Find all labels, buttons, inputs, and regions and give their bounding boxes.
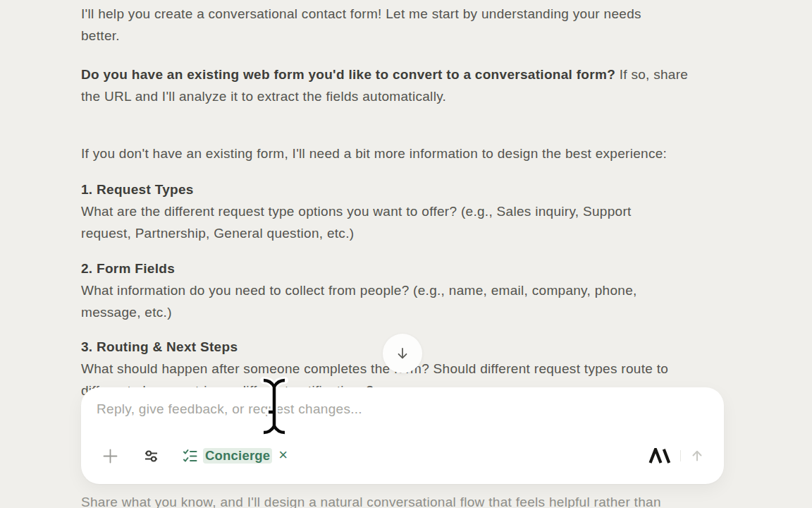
reply-input[interactable]: Reply, give feedback, or request changes… [81, 387, 724, 420]
sliders-icon [143, 448, 159, 464]
model-selector-button[interactable] [648, 448, 671, 464]
arrow-down-icon [395, 346, 410, 361]
message-line: better. [81, 25, 726, 47]
tool-tag-label: Concierge [203, 448, 272, 464]
bold-question: Do you have an existing web form you'd l… [81, 67, 615, 82]
section-heading: 1. Request Types [81, 179, 726, 200]
message-line: Do you have an existing web form you'd l… [81, 64, 726, 85]
message-line: the URL and I'll analyze it to extract t… [81, 85, 726, 107]
message-composer: Reply, give feedback, or request changes… [81, 387, 724, 484]
message-line: What are the different request type opti… [81, 200, 726, 222]
composer-toolbar-left: Concierge × [102, 448, 288, 464]
message-paragraph-intro: I'll help you create a conversational co… [81, 3, 726, 47]
message-line: I'll help you create a conversational co… [81, 3, 726, 25]
message-section-form-fields: 2. Form Fields What information do you n… [81, 258, 726, 323]
scroll-to-bottom-button[interactable] [383, 334, 422, 373]
section-heading: 2. Form Fields [81, 258, 726, 279]
claude-logomark-icon [648, 448, 671, 464]
message-paragraph-share: Share what you know, and I'll design a n… [81, 491, 726, 508]
composer-toolbar: Concierge × [81, 444, 724, 468]
message-section-request-types: 1. Request Types What are the different … [81, 179, 726, 244]
close-icon: × [278, 446, 288, 464]
toolbar-divider [680, 450, 681, 461]
add-attachment-button[interactable] [102, 448, 118, 464]
message-paragraph-info: If you don't have an existing form, I'll… [81, 143, 726, 164]
message-line: What information do you need to collect … [81, 279, 726, 301]
arrow-up-icon [690, 449, 704, 463]
message-paragraph-question: Do you have an existing web form you'd l… [81, 64, 726, 107]
tools-settings-button[interactable] [143, 448, 159, 464]
composer-toolbar-right [648, 448, 704, 464]
remove-tool-tag-button[interactable]: × [278, 448, 288, 464]
tool-tag-concierge[interactable]: Concierge × [183, 448, 288, 464]
message-line-rest: If so, share [615, 67, 688, 82]
message-line: request, Partnership, General question, … [81, 222, 726, 244]
send-button[interactable] [690, 449, 704, 463]
message-line: message, etc.) [81, 301, 726, 323]
plus-icon [102, 448, 118, 464]
checklist-icon [183, 449, 197, 464]
